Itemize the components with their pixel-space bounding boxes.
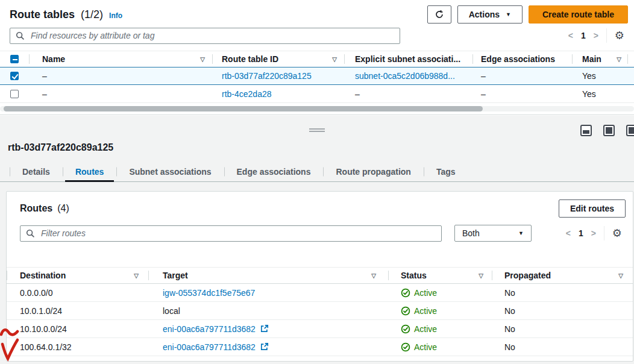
route-tables-panel: Route tables (1/2) Info Actions ▼ Create… [0,0,634,115]
title-group: Route tables (1/2) Info [10,8,122,21]
table-toolbar: < 1 > ⚙ [10,27,624,44]
column-label: Edge associations [481,54,555,64]
create-route-table-button[interactable]: Create route table [529,5,628,24]
route-table-id-cell: rtb-4ce2da28 [212,85,344,102]
status-cell: Active [388,284,492,301]
vpc-route-tables-screen: Route tables (1/2) Info Actions ▼ Create… [0,0,634,364]
sort-icon[interactable]: ▽ [332,56,337,63]
column-label: Propagated [504,271,551,280]
routes-card: Routes (4) Edit routes Both ▼ < [6,191,633,362]
column-header-main[interactable]: Main ▽ [572,51,627,67]
divider [606,28,607,43]
row-checkbox[interactable] [10,90,19,98]
destination-cell: 10.10.0.0/24 [7,320,148,337]
prev-page-button[interactable]: < [568,31,573,40]
tab-route-propagation[interactable]: Route propagation [323,162,423,181]
search-box[interactable] [10,28,400,44]
subnet-association-cell: – [344,85,472,102]
layout-side-panel-icon[interactable] [626,125,634,136]
column-header-status[interactable]: Status ▽ [388,268,492,283]
settings-gear-icon[interactable]: ⚙ [612,228,622,239]
tab-tags[interactable]: Tags [424,162,468,181]
next-page-button[interactable]: > [594,31,598,40]
subnet-link[interactable]: subnet-0ca5c2d06b988d... [355,71,455,81]
route-table-id-link[interactable]: rtb-4ce2da28 [222,89,272,99]
row-checkbox[interactable] [10,72,19,80]
target-cell: eni-00ac6a797711d3682 [148,320,388,337]
name-cell: – [29,67,212,84]
target-cell: eni-00ac6a797711d3682 [148,338,388,356]
column-header-propagated[interactable]: Propagated ▽ [492,268,633,283]
tab-subnet-associations[interactable]: Subnet associations [116,162,224,181]
search-icon [16,31,25,40]
select-all-checkbox[interactable] [10,55,19,63]
propagated-cell: No [492,338,633,356]
routes-filter-row: Both ▼ < 1 > ⚙ [20,225,622,242]
tab-details[interactable]: Details [10,162,63,181]
main-cell: Yes [572,85,627,102]
column-header-target[interactable]: Target ▽ [148,268,388,283]
column-header-destination[interactable]: Destination ▽ [7,268,148,283]
search-icon [26,229,35,238]
external-link-icon[interactable] [260,324,269,333]
actions-label: Actions [469,10,500,19]
target-link[interactable]: eni-00ac6a797711d3682 [163,324,256,334]
layout-toggle-group [580,125,634,136]
sort-icon[interactable]: ▽ [617,56,621,63]
scope-select[interactable]: Both ▼ [454,225,532,242]
propagated-cell: No [492,302,633,319]
subnet-association-cell: subnet-0ca5c2d06b988d... [344,67,472,84]
prev-page-button[interactable]: < [566,228,571,238]
status-badge: Active [414,342,437,352]
sort-icon[interactable]: ▽ [618,272,623,279]
propagated-cell: No [492,284,633,301]
info-link[interactable]: Info [109,11,122,20]
column-header-route-table-id[interactable]: Route table ID ▽ [212,51,344,67]
divider [604,226,604,240]
status-badge: Active [414,324,437,334]
edge-association-cell: – [472,67,572,84]
horizontal-scrollbar-thumb[interactable] [4,106,483,111]
caret-down-icon: ▼ [506,11,511,17]
refresh-button[interactable] [427,5,451,24]
pagination: < 1 > ⚙ [568,28,624,43]
column-header-tail [627,51,634,67]
sort-icon[interactable]: ▽ [371,272,376,279]
routes-title-group: Routes (4) [20,203,69,214]
page-number[interactable]: 1 [581,31,586,40]
layout-full-panel-icon[interactable] [603,125,615,136]
column-header-name[interactable]: Name ▽ [29,51,212,67]
external-link-icon[interactable] [260,342,269,351]
target-link[interactable]: eni-00ac6a797711d3682 [163,342,256,352]
tab-edge-associations[interactable]: Edge associations [224,162,324,181]
sort-icon[interactable]: ▽ [200,56,205,63]
row-checkbox-cell [0,67,29,84]
destination-cell: 0.0.0.0/0 [7,284,148,301]
route-row: 10.10.0.0/24 eni-00ac6a797711d3682 Activ… [7,320,633,338]
sort-icon[interactable]: ▽ [479,272,483,279]
caret-down-icon: ▼ [518,230,524,236]
target-link[interactable]: igw-055374dc1f5e75e67 [163,288,255,298]
edit-routes-button[interactable]: Edit routes [559,199,626,218]
sort-icon[interactable]: ▽ [134,272,139,279]
status-cell: Active [388,320,492,337]
settings-gear-icon[interactable]: ⚙ [615,30,624,41]
search-input[interactable] [30,30,394,41]
filter-routes-input[interactable] [40,228,436,239]
horizontal-scrollbar-track [0,106,634,111]
routes-pagination: < 1 > ⚙ [566,226,622,240]
page-number[interactable]: 1 [579,228,583,238]
route-table-id-link[interactable]: rtb-03d77af220c89a125 [222,71,312,81]
status-ok-icon [401,342,410,352]
routes-header-row: Destination ▽ Target ▽ Status ▽ Propagat… [7,267,633,284]
selection-count: (1/2) [81,8,103,21]
filter-box[interactable] [20,225,442,242]
tab-routes[interactable]: Routes [63,162,116,181]
column-label: Route table ID [222,54,278,64]
next-page-button[interactable]: > [591,228,596,238]
split-resize-handle[interactable] [309,127,325,133]
layout-bottom-panel-icon[interactable] [580,125,592,136]
detail-tabs: Details Routes Subnet associations Edge … [0,162,634,182]
status-ok-icon [401,324,410,334]
actions-button[interactable]: Actions ▼ [457,5,523,24]
